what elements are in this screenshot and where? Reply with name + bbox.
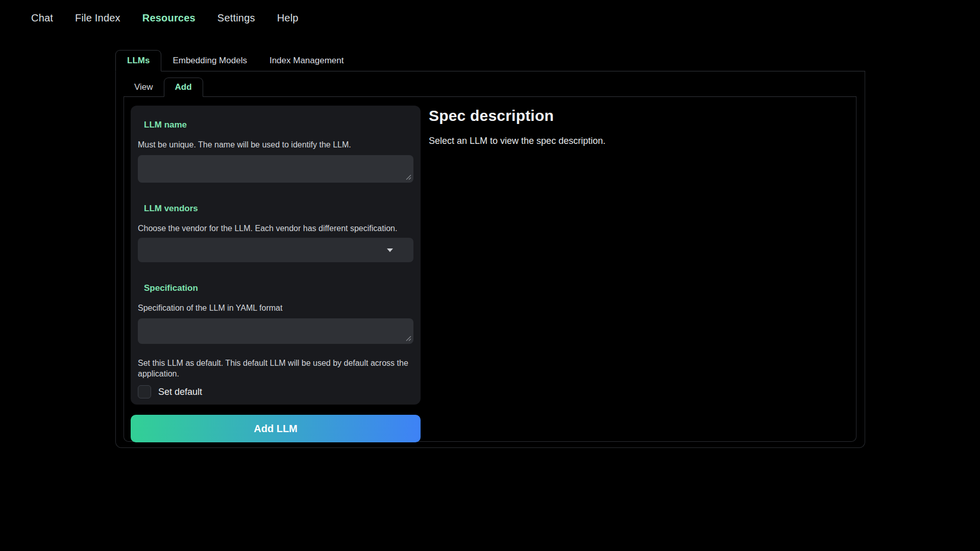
specification-input[interactable] xyxy=(138,318,413,344)
llm-view-add-tabbar: View Add xyxy=(124,78,856,97)
spec-description-title: Spec description xyxy=(429,107,849,124)
llm-name-label: LLM name xyxy=(144,120,413,130)
llm-vendors-description: Choose the vendor for the LLM. Each vend… xyxy=(138,223,413,234)
top-navigation: Chat File Index Resources Settings Help xyxy=(31,12,299,24)
set-default-description: Set this LLM as default. This default LL… xyxy=(138,358,416,379)
llm-name-input[interactable] xyxy=(138,155,413,183)
specification-field-wrap xyxy=(138,318,413,344)
tab-embedding-models[interactable]: Embedding Models xyxy=(161,50,258,71)
add-llm-form-column: LLM name Must be unique. The name will b… xyxy=(131,106,421,442)
add-llm-form-panel: LLM name Must be unique. The name will b… xyxy=(131,106,421,405)
specification-label: Specification xyxy=(144,283,413,293)
spec-description-body: Select an LLM to view the spec descripti… xyxy=(429,136,849,146)
nav-item-chat[interactable]: Chat xyxy=(31,12,53,24)
specification-description: Specification of the LLM in YAML format xyxy=(138,303,413,313)
nav-item-settings[interactable]: Settings xyxy=(217,12,255,24)
llm-name-field-wrap xyxy=(138,155,413,183)
add-llm-button[interactable]: Add LLM xyxy=(131,415,421,442)
tab-add[interactable]: Add xyxy=(164,78,203,97)
tab-index-management[interactable]: Index Management xyxy=(258,50,355,71)
nav-item-help[interactable]: Help xyxy=(277,12,299,24)
chevron-down-icon xyxy=(387,248,393,252)
nav-item-file-index[interactable]: File Index xyxy=(75,12,120,24)
llm-vendor-select[interactable] xyxy=(138,238,413,262)
set-default-row[interactable]: Set default xyxy=(138,385,413,398)
set-default-label[interactable]: Set default xyxy=(158,387,202,397)
nav-item-resources[interactable]: Resources xyxy=(142,12,195,24)
set-default-checkbox[interactable] xyxy=(138,385,151,398)
spec-description-panel: Spec description Select an LLM to view t… xyxy=(429,106,849,146)
resource-tabbar: LLMs Embedding Models Index Management xyxy=(115,50,865,71)
llm-vendors-label: LLM vendors xyxy=(144,204,413,214)
tab-llms[interactable]: LLMs xyxy=(115,50,161,71)
tab-view[interactable]: View xyxy=(124,78,164,96)
add-llm-content: LLM name Must be unique. The name will b… xyxy=(124,97,856,442)
llm-name-description: Must be unique. The name will be used to… xyxy=(138,139,413,150)
